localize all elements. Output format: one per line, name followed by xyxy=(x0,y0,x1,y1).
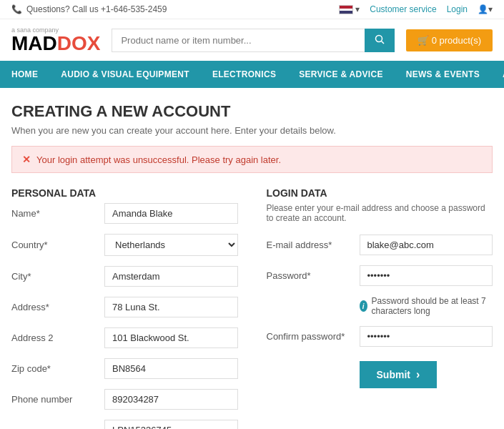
address2-input[interactable] xyxy=(104,327,238,348)
form-columns: PERSONAL DATA Name* Country* Netherlands… xyxy=(11,187,493,429)
address-input[interactable] xyxy=(104,297,238,317)
city-field xyxy=(104,266,238,287)
login-data-desc: Please enter your e-mail address and cho… xyxy=(267,203,493,223)
country-label: Country* xyxy=(11,240,104,250)
main-nav: HOME AUDIO & VISUAL EQUIPMENT ELECTRONIC… xyxy=(0,61,504,88)
address2-row: Address 2 xyxy=(11,327,238,348)
personal-data-title: PERSONAL DATA xyxy=(11,187,238,199)
city-label: City* xyxy=(11,271,104,282)
user-icon[interactable]: 👤▾ xyxy=(478,4,493,14)
personal-data-section: PERSONAL DATA Name* Country* Netherlands… xyxy=(11,187,238,429)
submit-arrow-icon: › xyxy=(416,368,420,381)
phone-field xyxy=(104,389,238,410)
cart-label: 0 product(s) xyxy=(432,35,481,46)
search-bar xyxy=(112,29,395,52)
password-label: Password* xyxy=(267,270,360,281)
cart-icon: 🛒 xyxy=(417,35,429,46)
top-bar-left: 📞 Questions? Call us +1-646-535-2459 xyxy=(11,4,167,14)
password-hint: i Password should be at least 7 characte… xyxy=(360,296,493,316)
password-row: Password* xyxy=(267,265,493,286)
page-subtitle: When you are new you can create your acc… xyxy=(11,125,493,136)
phone-label: Phone number xyxy=(11,394,104,405)
nav-item-about[interactable]: ABOUT US xyxy=(491,61,504,88)
page-title: CREATING A NEW ACCOUNT xyxy=(11,102,493,121)
name-field xyxy=(104,203,238,224)
svg-point-0 xyxy=(376,35,382,41)
password-input[interactable] xyxy=(360,265,493,286)
top-bar: 📞 Questions? Call us +1-646-535-2459 ▾ C… xyxy=(0,0,504,19)
address-label: Address* xyxy=(11,302,104,312)
phone-row: Phone number xyxy=(11,389,238,410)
name-label: Name* xyxy=(11,208,104,219)
cart-button[interactable]: 🛒 0 product(s) xyxy=(406,29,493,51)
language-selector[interactable]: ▾ xyxy=(339,4,360,14)
country-row: Country* Netherlands xyxy=(11,234,238,256)
top-bar-right: ▾ Customer service Login 👤▾ xyxy=(339,4,493,14)
info-icon: i xyxy=(360,300,367,312)
email-label: E-mail address* xyxy=(267,240,360,250)
city-input[interactable] xyxy=(104,266,238,287)
submit-label: Submit xyxy=(377,369,410,380)
phone-input[interactable] xyxy=(104,389,238,410)
nav-item-service[interactable]: SERVICE & ADVICE xyxy=(287,61,395,88)
zipcode-row: Zip code* xyxy=(11,358,238,379)
password-field xyxy=(360,265,493,286)
nav-item-home[interactable]: HOME xyxy=(0,61,49,88)
address-row: Address* xyxy=(11,297,238,317)
city-row: City* xyxy=(11,266,238,287)
nav-item-news[interactable]: NEWS & EVENTS xyxy=(395,61,491,88)
email-row: E-mail address* xyxy=(267,235,493,255)
country-field: Netherlands xyxy=(104,234,238,256)
login-link[interactable]: Login xyxy=(447,4,468,14)
nav-item-electronics[interactable]: ELECTRONICS xyxy=(201,61,287,88)
error-text: Your login attempt was unsuccessful. Ple… xyxy=(36,154,281,165)
name-input[interactable] xyxy=(104,203,238,224)
page-content: CREATING A NEW ACCOUNT When you are new … xyxy=(0,88,504,429)
error-banner: ✕ Your login attempt was unsuccessful. P… xyxy=(11,146,493,173)
flag-icon xyxy=(339,5,353,14)
login-data-title: LOGIN DATA xyxy=(267,187,493,199)
error-icon: ✕ xyxy=(22,154,31,165)
email-input[interactable] xyxy=(360,235,493,255)
confirm-password-input[interactable] xyxy=(360,326,493,347)
address-field xyxy=(104,297,238,317)
nav-item-audio[interactable]: AUDIO & VISUAL EQUIPMENT xyxy=(49,61,201,88)
password-hint-text: Password should be at least 7 characters… xyxy=(372,296,493,316)
address2-label: Address 2 xyxy=(11,332,104,343)
logo-area: a sana company MADDOX xyxy=(11,26,100,54)
phone-icon: 📞 xyxy=(11,4,22,14)
zipcode-label: Zip code* xyxy=(11,363,104,374)
submit-button[interactable]: Submit › xyxy=(360,361,438,388)
header: a sana company MADDOX 🛒 0 product(s) xyxy=(0,19,504,61)
confirm-password-row: Confirm password* xyxy=(267,326,493,347)
address2-field xyxy=(104,327,238,348)
name-row: Name* xyxy=(11,203,238,224)
confirm-password-field xyxy=(360,326,493,347)
login-data-section: LOGIN DATA Please enter your e-mail addr… xyxy=(267,187,493,429)
vat-row: VAT Registration No. 🔴 VAT Registration … xyxy=(11,420,238,429)
customer-service-link[interactable]: Customer service xyxy=(370,4,436,14)
search-icon xyxy=(375,34,385,44)
phone-text: Questions? Call us +1-646-535-2459 xyxy=(26,4,167,14)
submit-row: Submit › xyxy=(360,361,493,388)
logo-mad: MAD xyxy=(11,32,57,54)
search-input[interactable] xyxy=(112,29,365,52)
zipcode-field xyxy=(104,358,238,379)
confirm-password-label: Confirm password* xyxy=(267,331,360,342)
zipcode-input[interactable] xyxy=(104,358,238,379)
svg-line-1 xyxy=(382,41,385,44)
email-field xyxy=(360,235,493,255)
country-select[interactable]: Netherlands xyxy=(104,234,238,256)
vat-input[interactable] xyxy=(104,420,238,429)
vat-field: 🔴 VAT Registration No. is invalid. xyxy=(104,420,238,429)
language-dropdown-arrow: ▾ xyxy=(355,4,360,14)
logo-dox: DOX xyxy=(57,32,101,54)
search-button[interactable] xyxy=(365,29,395,52)
logo[interactable]: MADDOX xyxy=(11,34,100,54)
